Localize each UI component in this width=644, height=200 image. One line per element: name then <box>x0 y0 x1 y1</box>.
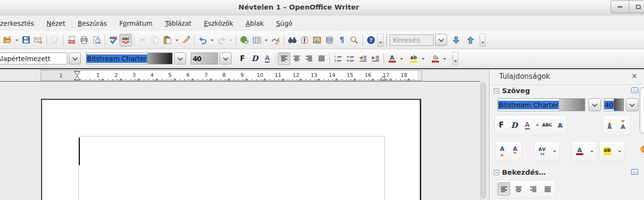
format-paintbrush-button[interactable] <box>180 34 192 46</box>
open-dropdown[interactable] <box>13 34 20 46</box>
align-left-button[interactable] <box>278 53 290 65</box>
find-replace-button[interactable] <box>286 34 298 46</box>
shrink-font-button[interactable]: A <box>509 144 522 158</box>
undo-button[interactable] <box>196 34 209 46</box>
sidebar-highlight-dropdown[interactable] <box>617 145 623 158</box>
document-page[interactable] <box>41 99 421 200</box>
sidebar-strikethrough-button[interactable]: ABC <box>541 118 553 132</box>
font-color-button[interactable]: A <box>386 53 398 65</box>
font-size-combo[interactable]: 40 <box>191 53 218 64</box>
text-boundary[interactable] <box>78 136 385 200</box>
grow-font-button[interactable]: A <box>496 144 509 158</box>
sidebar-font-name-combo[interactable]: Bitstream Charter <box>498 98 585 111</box>
paragraph-style-combo[interactable]: Alapértelmezett <box>0 53 67 64</box>
vertical-scrollbar[interactable] <box>480 82 486 200</box>
menu-edit[interactable]: zerkesztés <box>0 18 40 29</box>
send-mail-button[interactable] <box>32 34 44 46</box>
character-spacing-button[interactable]: AV↔ <box>536 144 548 158</box>
font-color-dropdown[interactable] <box>398 53 404 65</box>
print-button[interactable] <box>78 34 90 46</box>
sidebar-highlight-button[interactable]: ab <box>601 144 613 158</box>
sidebar-align-center-button[interactable] <box>513 182 525 196</box>
draw-functions-button[interactable] <box>269 34 282 46</box>
copy-button[interactable] <box>149 34 161 46</box>
font-name-dropdown[interactable] <box>174 53 186 64</box>
titlebar[interactable]: Névtelen 1 – OpenOffice Writer <box>0 0 644 15</box>
hyperlink-button[interactable] <box>238 34 251 46</box>
bold-button[interactable]: F <box>236 53 249 65</box>
collapse-icon[interactable] <box>494 170 499 175</box>
increase-indent-button[interactable] <box>369 53 382 65</box>
paste-button[interactable] <box>161 34 174 46</box>
maximize-button[interactable] <box>629 0 644 13</box>
menu-help[interactable]: Súgó <box>270 18 299 29</box>
menu-view[interactable]: Nézet <box>40 18 71 29</box>
sidebar-font-name-dropdown[interactable] <box>589 98 601 111</box>
sidebar-underline-dropdown[interactable] <box>534 119 540 131</box>
save-button[interactable] <box>20 34 32 46</box>
sidebar-italic-button[interactable]: D <box>508 118 521 132</box>
character-spacing-dropdown[interactable] <box>552 145 558 158</box>
ruler-scale[interactable]: 123456789101112131415161718 <box>77 71 417 80</box>
numbered-list-button[interactable]: III <box>332 53 344 65</box>
redo-button[interactable] <box>215 34 228 46</box>
align-justify-button[interactable] <box>315 53 327 65</box>
menu-window[interactable]: Ablak <box>240 18 270 29</box>
sidebar-font-color-dropdown[interactable] <box>589 145 595 158</box>
sidebar-font-color-button[interactable]: A <box>573 144 586 158</box>
navigator-button[interactable] <box>298 34 311 46</box>
horizontal-ruler[interactable]: 1 123456789101112131415161718 <box>41 70 422 81</box>
find-next-button[interactable] <box>450 34 462 46</box>
background-color-button[interactable] <box>429 53 441 65</box>
highlight-dropdown[interactable] <box>420 53 426 65</box>
search-input[interactable]: Keresés <box>390 34 434 46</box>
formatting-overflow-button[interactable] <box>452 52 458 65</box>
redo-dropdown[interactable] <box>228 34 234 46</box>
search-dropdown[interactable] <box>435 34 447 46</box>
spellcheck-button[interactable]: ABC <box>107 34 120 46</box>
sidebar-underline-button[interactable]: A <box>521 118 534 132</box>
auto-spellcheck-button[interactable]: ABC <box>120 34 132 46</box>
collapse-icon[interactable] <box>494 88 499 94</box>
minimize-button[interactable] <box>611 0 629 13</box>
increase-spacing-button[interactable]: A <box>603 118 616 132</box>
decrease-indent-button[interactable] <box>357 53 369 65</box>
highlight-button[interactable]: ab <box>407 53 420 65</box>
sidebar-font-size-dropdown[interactable] <box>626 98 638 111</box>
sidebar-align-right-button[interactable] <box>527 182 539 196</box>
italic-button[interactable]: D <box>249 53 261 65</box>
font-size-dropdown[interactable] <box>219 53 231 64</box>
edit-file-button[interactable] <box>49 34 61 46</box>
export-pdf-button[interactable]: PDF <box>65 34 78 46</box>
indent-marker-hourglass[interactable] <box>74 71 80 80</box>
toolbar-overflow-button[interactable] <box>377 33 383 47</box>
open-button[interactable] <box>1 34 13 46</box>
help-button[interactable]: ? <box>365 34 377 46</box>
sidebar-shadow-button[interactable]: A <box>554 118 566 132</box>
decrease-spacing-button[interactable]: A <box>617 118 629 132</box>
menu-insert[interactable]: Beszúrás <box>71 18 113 29</box>
find-previous-button[interactable] <box>464 34 477 46</box>
menu-tools[interactable]: Eszközök <box>197 18 239 29</box>
font-name-combo[interactable]: Bitstream Charter <box>86 53 173 64</box>
gallery-button[interactable] <box>311 34 323 46</box>
scrollbar-thumb[interactable] <box>481 83 486 198</box>
text-section-dialog-launcher-icon[interactable] <box>631 87 638 93</box>
insert-table-button[interactable] <box>251 34 263 46</box>
sidebar-align-justify-button[interactable] <box>542 182 554 196</box>
paragraph-style-dropdown[interactable] <box>69 53 81 64</box>
bullet-list-button[interactable] <box>344 53 357 65</box>
paragraph-section-dialog-launcher-icon[interactable] <box>631 169 638 175</box>
background-color-dropdown[interactable] <box>441 53 448 65</box>
align-center-button[interactable] <box>290 53 303 65</box>
sidebar-bold-button[interactable]: F <box>495 118 508 132</box>
nonprinting-characters-button[interactable]: ¶ <box>336 34 348 46</box>
data-sources-button[interactable] <box>323 34 336 46</box>
sidebar-tab-strip[interactable] <box>640 87 644 133</box>
page-preview-button[interactable] <box>90 34 103 46</box>
underline-button[interactable]: A <box>261 53 273 65</box>
zoom-button[interactable] <box>348 34 360 46</box>
sidebar-close-button[interactable]: × <box>631 72 637 80</box>
sidebar-align-left-button[interactable] <box>498 182 510 196</box>
cut-button[interactable]: ✂ <box>136 34 149 46</box>
